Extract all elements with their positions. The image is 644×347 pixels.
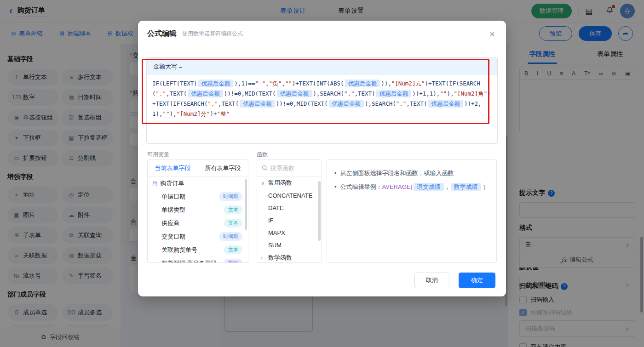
functions-label: 函数 <box>257 151 268 159</box>
field-chip[interactable]: 优惠后金额 <box>376 90 412 97</box>
function-item-IF[interactable]: IF <box>257 214 322 227</box>
formula-token: "[Num2]分" <box>177 110 210 117</box>
variable-row-购货明细.商品条形码[interactable]: 购货明细.商品条形码数组 <box>148 256 248 263</box>
variables-panel: 当前表单字段 所有表单字段 ▤购货订单单据日期时间戳单据类型文本供应商文本交货日… <box>147 159 248 263</box>
field-chip[interactable]: 优惠后金额 <box>188 90 223 97</box>
tip-example: 公式编辑举例：AVERAGE(语文成绩 , 数学成绩 ) <box>340 180 486 194</box>
field-chip[interactable]: 优惠后金额 <box>345 80 380 87</box>
function-group-数学函数[interactable]: ›数学函数 <box>257 251 322 263</box>
chevron-down-icon: ∨ <box>261 180 265 186</box>
variables-label: 可用变量 <box>147 151 169 159</box>
variable-type-badge: 数组 <box>224 259 242 263</box>
field-chip[interactable]: 数学成绩 <box>451 183 481 191</box>
formula-token: , <box>445 183 450 190</box>
variable-root-name: 购货订单 <box>160 179 184 188</box>
function-search-input[interactable] <box>270 165 312 171</box>
formula-token: )+TEXT(INT(ABS( <box>292 80 344 87</box>
formula-tips: • 从左侧面板选择字段名和函数，或输入函数 • 公式编辑举例：AVERAGE(语… <box>327 159 497 263</box>
variable-name: 单据类型 <box>161 206 185 214</box>
formula-token: "." <box>396 100 407 107</box>
formula-edit-dialog: 公式编辑 使用数学运算符编辑公式 × 金额大写 = IF(LEFT(TEXT(优… <box>138 21 506 296</box>
variable-type-badge: 文本 <box>224 219 242 228</box>
formula-token: ,TEXT( <box>166 90 187 97</box>
search-icon <box>262 165 268 171</box>
formula-code[interactable]: IF(LEFT(TEXT(优惠后金额),1)=="-","负","")+TEXT… <box>147 75 497 123</box>
variable-type-badge: 时间戳 <box>219 232 242 241</box>
formula-token: IF(LEFT(TEXT( <box>152 80 197 87</box>
variables-scrollbar[interactable] <box>245 179 247 230</box>
variable-name: 关联购货单号 <box>161 246 197 254</box>
formula-token: "" <box>440 90 447 97</box>
formula-token: ) <box>482 183 486 190</box>
variable-name: 单据日期 <box>161 193 185 201</box>
formula-token: ),SEARCH( <box>313 90 344 97</box>
formula-token: ))!=0,MID(TEXT( <box>224 90 276 97</box>
functions-scrollbar[interactable] <box>318 181 321 241</box>
tip-text: 从左侧面板选择字段名和函数，或输入函数 <box>340 166 454 180</box>
dialog-title: 公式编辑 <box>147 29 177 39</box>
function-item-MAPX[interactable]: MAPX <box>257 227 322 239</box>
function-item-CONCATENATE[interactable]: CONCATENATE <box>257 189 322 202</box>
variable-type-badge: 文本 <box>224 245 242 254</box>
formula-editor[interactable]: 金额大写 = IF(LEFT(TEXT(优惠后金额),1)=="-","负","… <box>146 57 498 144</box>
function-group-常用函数[interactable]: ∨常用函数 <box>257 176 322 189</box>
formula-token: ),1)== <box>234 80 255 87</box>
document-icon: ▤ <box>152 180 157 187</box>
functions-panel: ∨常用函数CONCATENATEDATEIFMAPXSUM›数学函数›文本函数 <box>257 159 322 263</box>
formula-token: "." <box>344 90 355 97</box>
formula-token: AVERAGE( <box>382 183 413 190</box>
field-chip[interactable]: 语文成绩 <box>414 183 444 191</box>
formula-token: , <box>282 80 285 87</box>
function-item-SUM[interactable]: SUM <box>257 239 322 251</box>
variable-row-单据类型[interactable]: 单据类型文本 <box>148 203 248 216</box>
formula-token: "[Num2]元" <box>391 80 425 87</box>
formula-token: ), <box>170 110 177 117</box>
variable-name: 交货日期 <box>161 233 185 241</box>
variable-row-交货日期[interactable]: 交货日期时间戳 <box>148 230 248 243</box>
chevron-right-icon: › <box>261 255 265 261</box>
field-chip[interactable]: 优惠后金额 <box>277 90 312 97</box>
tab-all-form-fields[interactable]: 所有表单字段 <box>198 160 248 176</box>
formula-token: )+ <box>210 110 217 117</box>
formula-token: "." <box>156 90 167 97</box>
field-chip[interactable]: 优惠后金额 <box>428 100 464 108</box>
bullet: • <box>334 180 337 194</box>
function-group-name: 常用函数 <box>268 179 292 187</box>
field-chip[interactable]: 优惠后金额 <box>329 100 364 108</box>
close-icon[interactable]: × <box>489 29 495 39</box>
field-chip[interactable]: 优惠后金额 <box>240 100 275 108</box>
variable-row-单据日期[interactable]: 单据日期时间戳 <box>148 190 248 203</box>
formula-token: "[Num2]角" <box>454 90 487 97</box>
formula-token: ))!=0,MID(TEXT( <box>276 100 328 107</box>
formula-token: ,TEXT( <box>218 100 239 107</box>
formula-token: ,TEXT( <box>354 90 375 97</box>
confirm-button[interactable]: 确定 <box>459 273 495 288</box>
cancel-button[interactable]: 取消 <box>414 273 449 288</box>
formula-token: "整" <box>217 110 230 117</box>
formula-token: )), <box>381 80 391 87</box>
formula-token: 公式编辑举例： <box>340 183 382 190</box>
formula-token: ), <box>447 90 454 97</box>
function-item-DATE[interactable]: DATE <box>257 202 322 214</box>
variable-row-关联购货单号[interactable]: 关联购货单号文本 <box>148 243 248 256</box>
function-search <box>257 160 322 176</box>
formula-token: ),SEARCH( <box>365 100 396 107</box>
variable-name: 供应商 <box>161 219 179 228</box>
function-group-name: 数学函数 <box>268 254 292 262</box>
formula-token: "负" <box>269 80 282 87</box>
variable-name: 购货明细.商品条形码 <box>161 259 217 263</box>
formula-token: ,TEXT( <box>406 100 427 107</box>
field-chip[interactable]: 优惠后金额 <box>198 80 234 87</box>
variable-type-badge: 文本 <box>224 205 242 214</box>
variable-root-row[interactable]: ▤购货订单 <box>148 176 248 190</box>
formula-result-label: 金额大写 = <box>147 58 497 75</box>
formula-token: "" <box>163 110 170 117</box>
variable-row-供应商[interactable]: 供应商文本 <box>148 216 248 230</box>
formula-token: ))+1,1), <box>412 90 440 97</box>
dialog-subtitle: 使用数学运算符编辑公式 <box>182 30 243 38</box>
bullet: • <box>334 166 337 180</box>
formula-token: "" <box>285 80 292 87</box>
formula-token: "-" <box>255 80 266 87</box>
variable-type-badge: 时间戳 <box>219 192 242 201</box>
tab-current-form-fields[interactable]: 当前表单字段 <box>148 160 198 176</box>
